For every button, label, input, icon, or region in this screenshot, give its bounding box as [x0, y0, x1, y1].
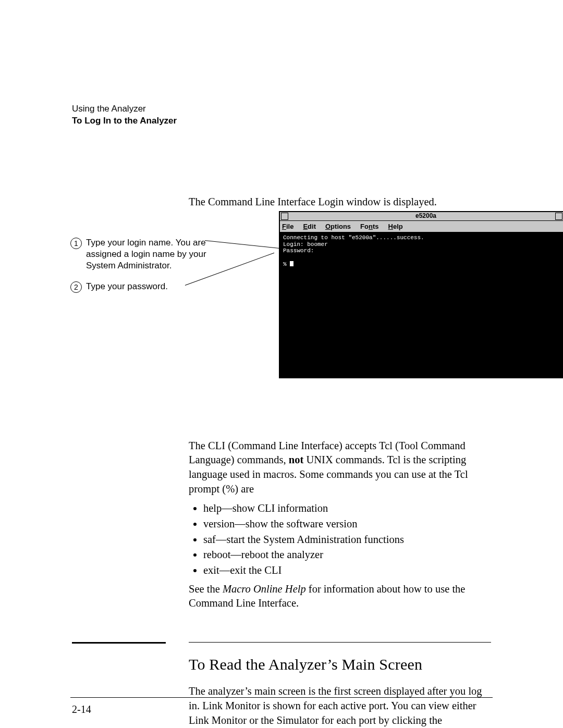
term-line: Connecting to host "e5200a"......success… [283, 235, 424, 241]
menu-fonts[interactable]: Fonts [360, 223, 378, 230]
callout-text: Type your login name. You are assigned a… [86, 237, 211, 272]
minimize-icon[interactable] [555, 213, 562, 220]
callout-num: 2 [70, 281, 82, 293]
cmd-item: reboot—reboot the analyzer [203, 548, 491, 562]
terminal-output[interactable]: Connecting to host "e5200a"......success… [280, 232, 563, 377]
page: Using the Analyzer To Log In to the Anal… [0, 0, 563, 728]
callout-1: 1 Type your login name. You are assigned… [70, 237, 211, 272]
term-line: Password: [283, 248, 314, 254]
titlebar[interactable]: e5200a [280, 212, 563, 221]
section-paragraph: The analyzer’s main screen is the first … [189, 684, 491, 728]
header-line-1: Using the Analyzer [72, 103, 491, 115]
intro-sentence: The Command Line Interface Login window … [189, 195, 491, 209]
cmd-item: saf—start the System Administration func… [203, 533, 491, 547]
leader-line [205, 240, 279, 249]
header-line-2: To Log In to the Analyzer [72, 115, 491, 127]
callouts: 1 Type your login name. You are assigned… [70, 237, 211, 302]
cmd-item: version—show the software version [203, 517, 491, 532]
term-line: % [283, 261, 290, 267]
section: To Read the Analyzer’s Main Screen The a… [189, 642, 491, 728]
command-list: help—show CLI information version—show t… [189, 501, 491, 577]
term-line: Login: boomer [283, 241, 328, 248]
window-title: e5200a [415, 212, 436, 219]
cli-para-bold: not [289, 454, 303, 465]
menu-help[interactable]: Help [388, 223, 403, 230]
see-pre: See the [189, 583, 223, 595]
thick-rule [72, 642, 166, 644]
callout-num: 1 [70, 238, 82, 249]
running-header: Using the Analyzer To Log In to the Anal… [72, 103, 491, 127]
footer-rule [70, 697, 493, 698]
figure: 1 Type your login name. You are assigned… [70, 211, 505, 404]
section-heading: To Read the Analyzer’s Main Screen [189, 654, 491, 675]
cursor-icon [290, 261, 293, 266]
see-paragraph: See the Macro Online Help for informatio… [189, 582, 491, 611]
terminal-window: e5200a File Edit Options Fonts Help Conn… [279, 211, 563, 378]
menu-edit[interactable]: Edit [303, 223, 316, 230]
cmd-item: help—show CLI information [203, 501, 491, 516]
page-number: 2-14 [72, 704, 91, 715]
menu-options[interactable]: Options [325, 223, 351, 230]
menubar: File Edit Options Fonts Help [280, 221, 563, 232]
cli-paragraph: The CLI (Command Line Interface) accepts… [189, 439, 491, 497]
menu-file[interactable]: File [282, 223, 293, 230]
see-italic: Macro Online Help [223, 583, 306, 595]
cmd-item: exit—exit the CLI [203, 563, 491, 578]
window-menu-icon[interactable] [281, 213, 288, 220]
thin-rule [189, 642, 491, 643]
terminal-body: Connecting to host "e5200a"......success… [280, 232, 563, 377]
